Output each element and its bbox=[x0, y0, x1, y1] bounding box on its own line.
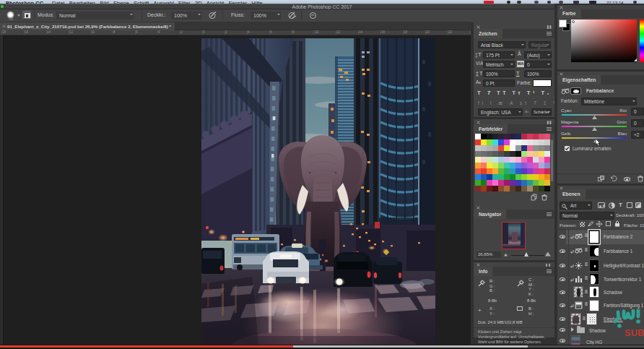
svg-text:SUB?: SUB? bbox=[625, 327, 644, 338]
